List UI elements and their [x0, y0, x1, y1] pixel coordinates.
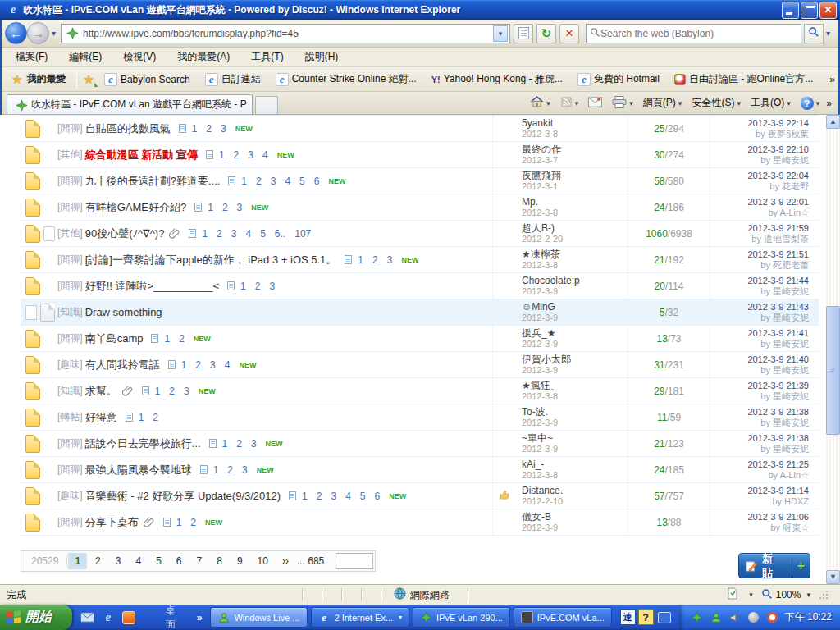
lastpost-time[interactable]: 2012-3-9 21:38 — [710, 407, 809, 418]
thread-page-link[interactable]: 6 — [375, 491, 381, 502]
search-options-caret-icon[interactable]: ▾ — [826, 29, 830, 38]
thread-title-link[interactable]: Draw something — [85, 306, 162, 318]
last-page-link[interactable]: ... 685 — [295, 553, 331, 569]
search-go-button[interactable] — [804, 24, 824, 43]
favorites-item[interactable]: e免費的 Hotmail — [574, 70, 663, 89]
thread-title-link[interactable]: 分享下桌布 — [85, 515, 139, 530]
thread-page-link[interactable]: 1 — [219, 149, 225, 161]
thread-page-link[interactable]: 3 — [242, 464, 248, 476]
page-link-3[interactable]: 3 — [109, 553, 128, 569]
thread-page-link[interactable]: 1 — [176, 517, 182, 528]
thread-page-link[interactable]: 2 — [217, 228, 222, 240]
address-dropdown-caret-icon[interactable]: ▾ — [493, 25, 508, 42]
thread-page-link[interactable]: 1 — [208, 202, 213, 213]
page-link-9[interactable]: 9 — [231, 553, 249, 569]
menu-item-檢視(V)[interactable]: 檢視(V) — [112, 48, 167, 66]
thread-author-name[interactable]: ☺MinG — [522, 302, 628, 313]
stop-button[interactable]: ✕ — [559, 24, 579, 43]
favorites-overflow-chevron-icon[interactable]: » — [829, 74, 835, 85]
read-mail-button[interactable] — [583, 92, 607, 114]
vertical-scrollbar[interactable]: ▲ ▼ — [826, 115, 840, 584]
home-caret-icon[interactable]: ▾ — [546, 99, 550, 107]
lastpost-time[interactable]: 2012-3-9 21:44 — [710, 276, 809, 286]
scroll-down-icon[interactable]: ▼ — [826, 570, 840, 584]
thread-page-link[interactable]: 1 — [222, 438, 228, 450]
thread-page-link[interactable]: 3 — [231, 228, 237, 240]
thread-title-link[interactable]: 綜合動漫區 新活動 宣傳 — [85, 148, 198, 162]
page-link-10[interactable]: 10 — [251, 553, 275, 569]
thread-page-link[interactable]: 1 — [213, 464, 219, 476]
protected-mode-icon[interactable] — [727, 587, 738, 602]
thread-author-name[interactable]: Mp. — [522, 197, 628, 208]
home-button[interactable]: ▾ — [525, 92, 555, 114]
thread-page-link[interactable]: 6.. — [275, 228, 285, 240]
lastpost-author[interactable]: by HDXZ — [710, 496, 809, 507]
lastpost-author[interactable]: by 道地雪梨茶 — [710, 234, 809, 244]
thread-title-link[interactable]: 南丫島camp — [85, 331, 144, 346]
search-input[interactable] — [600, 28, 797, 39]
lastpost-time[interactable]: 2012-3-9 21:39 — [710, 381, 809, 391]
taskbar-button[interactable]: Windows Live ... — [210, 607, 307, 628]
thread-title-link[interactable]: [討論]一齊黎討論下apple的新作， iPad 3 + iOS 5.1。 — [85, 253, 337, 267]
thread-page-link[interactable]: 1 — [139, 412, 144, 423]
thread-page-link[interactable]: 2 — [179, 333, 185, 345]
forward-button[interactable]: → — [27, 22, 49, 44]
safety-menu-button[interactable]: 安全性(S)▾ — [687, 92, 746, 114]
address-bar[interactable]: ▾ — [61, 24, 510, 43]
lastpost-time[interactable]: 2012-3-9 21:38 — [710, 433, 809, 444]
minimize-button[interactable] — [782, 2, 799, 19]
thread-page-link[interactable]: 1 — [358, 254, 363, 266]
lastpost-time[interactable]: 2012-3-9 22:10 — [710, 144, 809, 155]
new-tab-stub[interactable] — [255, 96, 278, 114]
thread-page-link[interactable]: 4 — [225, 359, 231, 371]
thread-page-link[interactable]: 2 — [255, 281, 261, 292]
ime-indicator[interactable]: 速 — [620, 609, 636, 625]
menu-item-編輯(E)[interactable]: 編輯(E) — [58, 48, 112, 66]
thread-title-link[interactable]: 90後心聲(ﾉ^∇^)? — [85, 226, 165, 241]
orange-app-icon[interactable] — [121, 610, 136, 625]
thread-title-link[interactable]: 有人問我拎電話 — [85, 358, 160, 372]
thread-author-name[interactable]: 5yankit — [522, 118, 628, 129]
thread-page-link[interactable]: 5 — [260, 228, 266, 240]
thread-page-link[interactable]: 1 — [155, 386, 161, 397]
thread-page-link[interactable]: 3 — [387, 254, 393, 266]
thread-page-link[interactable]: 2 — [169, 386, 175, 397]
thread-page-link[interactable]: 2 — [227, 464, 233, 476]
thread-page-link[interactable]: 2 — [234, 149, 240, 161]
thread-page-link[interactable]: 107 — [294, 228, 311, 240]
help-button[interactable]: ?▾ — [796, 92, 825, 114]
menu-item-工具(T)[interactable]: 工具(T) — [240, 48, 294, 66]
lastpost-time[interactable]: 2012-3-9 21:06 — [710, 512, 809, 523]
thread-author-name[interactable]: ★瘋狂、 — [522, 381, 628, 391]
url-input[interactable] — [83, 28, 493, 39]
device-tray-icon[interactable] — [747, 611, 760, 624]
thread-page-link[interactable]: 4 — [245, 228, 251, 240]
thread-page-link[interactable]: 2 — [222, 202, 228, 213]
thread-author-name[interactable]: Distance. — [522, 486, 628, 496]
thread-author-name[interactable]: 伊賀小太郎 — [522, 354, 628, 365]
ime-options-icon[interactable] — [658, 612, 671, 623]
page-jump-input[interactable] — [336, 553, 373, 569]
thread-author-name[interactable]: Chocoolate:p — [522, 276, 628, 286]
zoom-caret-icon[interactable]: ▾ — [806, 591, 810, 599]
thread-title-link[interactable]: 話說今日去完學校旅行... — [85, 436, 201, 451]
lastpost-time[interactable]: 2012-3-9 21:25 — [710, 459, 809, 470]
thread-page-link[interactable]: 3 — [184, 386, 189, 397]
feeds-button[interactable]: ▾ — [555, 92, 584, 114]
thread-page-link[interactable]: 1 — [241, 176, 247, 187]
page-link-6[interactable]: 6 — [170, 553, 189, 569]
page-link-1[interactable]: 1 — [68, 553, 87, 569]
lastpost-author[interactable]: by 呀東☆ — [710, 523, 809, 533]
scrollbar-thumb[interactable] — [826, 306, 840, 435]
lastpost-time[interactable]: 2012-3-9 21:59 — [710, 223, 809, 234]
search-box[interactable] — [586, 24, 801, 43]
lastpost-author[interactable]: by 星崎安妮 — [710, 365, 809, 376]
taskbar-button[interactable]: IPvE.COM vLa... — [514, 607, 612, 628]
taskbar-button[interactable]: e2 Internet Ex...▾ — [311, 607, 410, 628]
restore-button[interactable] — [801, 2, 818, 19]
thread-author-name[interactable]: 最終の作 — [522, 144, 628, 155]
thread-page-link[interactable]: 3 — [248, 149, 253, 161]
lastpost-time[interactable]: 2012-3-9 22:14 — [710, 118, 809, 129]
lastpost-time[interactable]: 2012-3-9 21:41 — [710, 328, 809, 339]
ipve-tray-icon[interactable] — [691, 611, 704, 624]
